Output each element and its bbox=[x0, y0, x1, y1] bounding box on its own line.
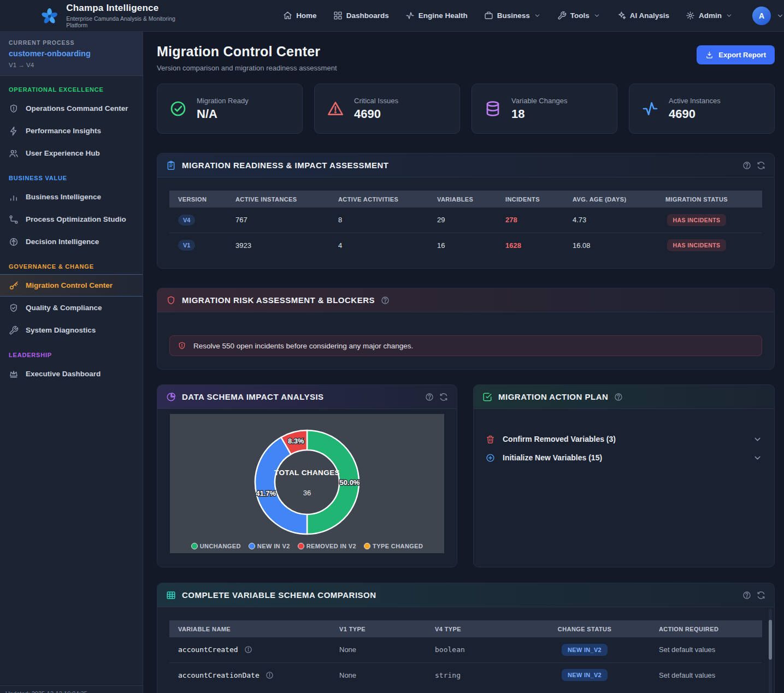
action-item-initialize-new-variables[interactable]: Initialize New Variables (15) bbox=[486, 448, 762, 467]
shield-alert-icon bbox=[178, 341, 186, 350]
action-item-confirm-removed-variables[interactable]: Confirm Removed Variables (3) bbox=[486, 430, 762, 448]
chevron-down-icon[interactable] bbox=[753, 453, 762, 463]
brand: Champa Intelligence Enterprise Camunda A… bbox=[0, 3, 196, 28]
cell-v4-type: string bbox=[435, 671, 461, 679]
cell-avg-age: 4.73 bbox=[564, 208, 631, 233]
main-content: Migration Control Center Version compari… bbox=[143, 32, 784, 693]
refresh-icon[interactable] bbox=[757, 161, 765, 170]
shield-icon bbox=[166, 295, 176, 305]
sidebar: CURRENT PROCESS customer-onboarding V1 →… bbox=[0, 32, 143, 693]
help-icon[interactable] bbox=[425, 393, 434, 401]
clipboard-icon bbox=[166, 161, 176, 170]
nav-item-engine-health[interactable]: Engine Health bbox=[405, 11, 468, 20]
current-process-name[interactable]: customer-onboarding bbox=[9, 49, 134, 58]
stat-label: Variable Changes bbox=[511, 97, 567, 105]
top-navbar: Champa Intelligence Enterprise Camunda A… bbox=[0, 0, 784, 32]
nav-item-label: Engine Health bbox=[418, 11, 468, 20]
cell-v1-type: None bbox=[331, 637, 426, 662]
sidebar-item-label: Performance Insights bbox=[26, 127, 101, 135]
col-header: ACTIVE INSTANCES bbox=[227, 191, 329, 208]
sidebar-item-label: Process Optimization Studio bbox=[26, 215, 126, 223]
legend-item: REMOVED IN V2 bbox=[298, 543, 356, 549]
action-plan-title: MIGRATION ACTION PLAN bbox=[498, 392, 608, 401]
help-icon[interactable] bbox=[742, 161, 751, 170]
legend-item: UNCHANGED bbox=[191, 543, 241, 549]
nav-item-business[interactable]: Business bbox=[484, 11, 541, 20]
col-header: VARIABLES bbox=[428, 191, 497, 208]
nav-item-label: AI Analysis bbox=[630, 11, 669, 20]
stat-cards: Migration Ready N/A Critical Issues 4690… bbox=[157, 84, 775, 134]
current-process-label: CURRENT PROCESS bbox=[9, 39, 134, 46]
nav-item-tools[interactable]: Tools bbox=[557, 11, 600, 20]
donut-chart-canvas: 50.0%41.7%8.3%TOTAL CHANGES36 UNCHANGEDN… bbox=[170, 414, 444, 553]
nav-item-label: Business bbox=[497, 11, 530, 20]
export-report-label: Export Report bbox=[718, 51, 766, 59]
nav-item-ai-analysis[interactable]: AI Analysis bbox=[617, 11, 669, 20]
comparison-table: VARIABLE NAME V1 TYPE V4 TYPE CHANGE STA… bbox=[169, 620, 762, 688]
cell-action-required: Set default values bbox=[650, 637, 762, 662]
workflow-icon bbox=[9, 215, 19, 224]
avatar[interactable]: A bbox=[752, 7, 771, 25]
stat-value: 18 bbox=[511, 107, 567, 121]
key-icon bbox=[9, 281, 19, 291]
action-plan-panel: MIGRATION ACTION PLAN Confirm Removed Va… bbox=[473, 384, 775, 567]
stat-value: 4690 bbox=[669, 107, 721, 121]
svg-text:50.0%: 50.0% bbox=[340, 478, 360, 487]
sidebar-item-label: Executive Dashboard bbox=[26, 370, 101, 378]
dashboards-icon bbox=[333, 11, 343, 20]
sidebar-item-operations-command-center[interactable]: Operations Command Center bbox=[0, 97, 143, 120]
nav-item-dashboards[interactable]: Dashboards bbox=[333, 11, 389, 20]
nav-item-label: Dashboards bbox=[346, 11, 389, 20]
nav-item-admin[interactable]: Admin bbox=[686, 11, 733, 20]
sidebar-item-migration-control-center[interactable]: Migration Control Center bbox=[0, 274, 143, 297]
cell-active-activities: 4 bbox=[329, 233, 428, 258]
readiness-panel: MIGRATION READINESS & IMPACT ASSESSMENT … bbox=[157, 153, 775, 269]
nav-item-home[interactable]: Home bbox=[283, 11, 317, 20]
help-icon[interactable] bbox=[381, 296, 390, 305]
scrollbar-thumb[interactable] bbox=[769, 620, 772, 660]
chevron-down-icon bbox=[776, 12, 784, 20]
help-icon[interactable] bbox=[742, 591, 751, 600]
chevron-down-icon bbox=[534, 12, 541, 19]
chevron-down-icon[interactable] bbox=[753, 435, 762, 444]
sidebar-item-system-diagnostics[interactable]: System Diagnostics bbox=[0, 319, 143, 341]
refresh-icon[interactable] bbox=[757, 591, 765, 600]
stat-value: N/A bbox=[197, 107, 249, 121]
col-header: V1 TYPE bbox=[331, 620, 426, 637]
refresh-icon[interactable] bbox=[439, 393, 448, 401]
activity-icon bbox=[641, 100, 659, 117]
current-process-box: CURRENT PROCESS customer-onboarding V1 →… bbox=[0, 32, 143, 76]
sidebar-item-process-optimization-studio[interactable]: Process Optimization Studio bbox=[0, 208, 143, 230]
status-badge: HAS INCIDENTS bbox=[667, 214, 727, 226]
user-menu[interactable]: A bbox=[752, 7, 784, 25]
shield-alert-icon bbox=[9, 104, 19, 114]
scrollbar-track[interactable] bbox=[769, 609, 772, 693]
chevron-down-icon bbox=[593, 12, 600, 19]
last-updated-text: Updated: 2025-12-12 19:04:35 bbox=[0, 686, 143, 693]
export-report-button[interactable]: Export Report bbox=[697, 45, 775, 64]
table-header-row: VERSION ACTIVE INSTANCES ACTIVE ACTIVITI… bbox=[169, 191, 762, 208]
sidebar-item-quality-compliance[interactable]: Quality & Compliance bbox=[0, 297, 143, 319]
legend-dot bbox=[249, 543, 255, 549]
sidebar-item-decision-intelligence[interactable]: Decision Intelligence bbox=[0, 230, 143, 253]
info-icon[interactable] bbox=[244, 645, 252, 654]
sidebar-section-business-value: BUSINESS VALUE bbox=[0, 164, 143, 186]
brand-logo-flower bbox=[39, 5, 60, 26]
help-icon[interactable] bbox=[614, 393, 623, 401]
risk-panel-title: MIGRATION RISK ASSESSMENT & BLOCKERS bbox=[182, 295, 375, 305]
sidebar-item-label: Business Intelligence bbox=[26, 193, 101, 201]
sidebar-item-label: System Diagnostics bbox=[26, 326, 96, 334]
cell-active-instances: 767 bbox=[227, 208, 329, 233]
sidebar-item-business-intelligence[interactable]: Business Intelligence bbox=[0, 186, 143, 208]
readiness-table: VERSION ACTIVE INSTANCES ACTIVE ACTIVITI… bbox=[169, 191, 762, 258]
current-process-versions: V1 → V4 bbox=[9, 62, 134, 68]
comparison-panel-title: COMPLETE VARIABLE SCHEMA COMPARISON bbox=[182, 590, 376, 600]
sidebar-item-executive-dashboard[interactable]: Executive Dashboard bbox=[0, 363, 143, 385]
sidebar-item-label: Migration Control Center bbox=[26, 281, 113, 289]
table-row: V4 767 8 29 278 4.73 HAS INCIDENTS bbox=[169, 208, 762, 233]
info-icon[interactable] bbox=[266, 671, 274, 679]
sidebar-item-performance-insights[interactable]: Performance Insights bbox=[0, 120, 143, 142]
plus-circle-icon bbox=[486, 453, 495, 463]
sidebar-item-user-experience-hub[interactable]: User Experience Hub bbox=[0, 142, 143, 164]
col-header: V4 TYPE bbox=[426, 620, 519, 637]
